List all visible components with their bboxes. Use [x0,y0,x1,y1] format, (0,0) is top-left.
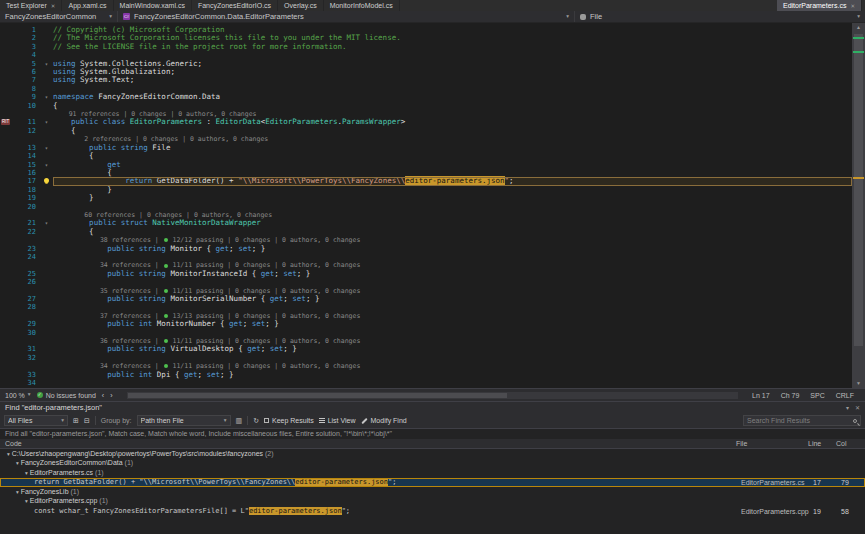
tab-test-explorer[interactable]: Test Explorer✕ [0,0,62,11]
fold-chevron-icon[interactable]: ▾ [40,219,53,227]
breakpoint-margin[interactable] [0,287,16,295]
code-line[interactable]: 34 [0,379,852,387]
breakpoint-margin[interactable] [0,295,16,303]
fold-chevron-icon[interactable]: ▾ [40,60,53,68]
breakpoint-margin[interactable] [0,211,16,219]
search-find-results-input[interactable]: Search Find Results [743,415,861,426]
breakpoint-margin[interactable] [0,337,16,345]
window-position-icon[interactable]: ▾ [846,404,849,411]
type-dropdown[interactable]: C# FancyZonesEditorCommon.Data.EditorPar… [118,11,575,22]
close-icon[interactable]: ✕ [51,3,56,9]
scroll-up-icon[interactable]: ▲ [852,23,865,32]
breakpoint-margin[interactable] [0,186,16,194]
tab-fancyzoneseditorio-cs[interactable]: FancyZonesEditorIO.cs [192,0,278,11]
breakpoint-margin[interactable] [0,26,16,34]
scrollbar-thumb[interactable] [854,34,863,346]
code-line[interactable]: 21▾ public struct NativeMonitorDataWrapp… [0,219,852,227]
breakpoint-margin[interactable] [0,93,16,101]
breakpoint-margin[interactable] [0,152,16,160]
spaces-indicator[interactable]: SPC [810,392,824,399]
editor-vertical-scrollbar[interactable]: ▲ ▼ [852,23,865,388]
horizontal-scrollbar[interactable] [127,392,739,399]
code-line[interactable]: 24 [0,253,852,261]
breakpoint-margin[interactable] [0,345,16,353]
code-line[interactable]: 32 [0,354,852,362]
breakpoint-margin[interactable] [0,320,16,328]
code-line[interactable]: 13▾ public string File [0,144,852,152]
column-code[interactable]: Code [5,440,736,447]
breakpoint-margin[interactable] [0,312,16,320]
lightbulb-icon[interactable] [44,178,49,183]
fold-chevron-icon[interactable]: ▾ [40,161,53,169]
code-line[interactable]: 29 public int MonitorNumber { get; set; … [0,320,852,328]
code-line[interactable]: 12 { [0,127,852,135]
breakpoint-margin[interactable] [0,362,16,370]
breakpoint-margin[interactable] [0,43,16,51]
zoom-control[interactable]: 100 % ▾ [5,392,31,399]
tab-overlay-cs[interactable]: Overlay.cs [278,0,324,11]
code-line[interactable]: 30 [0,329,852,337]
breakpoint-margin[interactable] [0,354,16,362]
breakpoint-margin[interactable] [0,60,16,68]
collapse-all-icon[interactable]: ⊟ [84,417,90,424]
breakpoint-margin[interactable] [0,236,16,244]
refresh-icon[interactable]: ↻ [253,417,259,424]
breakpoint-margin[interactable]: RIT [0,118,16,126]
breakpoint-margin[interactable] [0,68,16,76]
code-line[interactable]: 17 return GetDataFolder() + "\\Microsoft… [0,177,852,185]
next-issue-icon[interactable]: › [110,392,112,399]
column-col[interactable]: Col [836,440,860,447]
code-line[interactable]: 28 [0,303,852,311]
breakpoint-margin[interactable] [0,253,16,261]
code-line[interactable]: RIT11▾ public class EditorParameters : E… [0,118,852,126]
document-health-indicator[interactable]: ✓ No issues found [37,392,96,399]
breakpoint-margin[interactable] [0,379,16,387]
code-line[interactable]: 3// See the LICENSE file in the project … [0,43,852,51]
code-line[interactable]: 7using System.Text; [0,76,852,84]
code-line[interactable]: 31 public string VirtualDesktop { get; s… [0,345,852,353]
project-dropdown[interactable]: FancyZonesEditorCommon ▾ [0,11,118,22]
code-line[interactable]: 26 [0,278,852,286]
code-line[interactable]: 14 { [0,152,852,160]
breakpoint-margin[interactable] [0,303,16,311]
breakpoint-margin[interactable] [0,371,16,379]
breakpoint-margin[interactable] [0,127,16,135]
prev-issue-icon[interactable]: ‹ [102,392,104,399]
breakpoint-margin[interactable] [0,329,16,337]
column-line[interactable]: Line [808,440,836,447]
breakpoint-margin[interactable] [0,161,16,169]
breakpoint-margin[interactable] [0,194,16,202]
scope-dropdown[interactable]: All Files ▾ [4,415,68,426]
modify-find-button[interactable]: Modify Find [361,417,407,424]
find-panel-title-bar[interactable]: Find "editor-parameters.json" ▾ ✕ [0,402,865,413]
breakpoint-margin[interactable] [0,261,16,269]
breakpoint-margin[interactable] [0,135,16,143]
fold-chevron-icon[interactable]: ▾ [40,93,53,101]
breakpoint-margin[interactable] [0,245,16,253]
scroll-down-icon[interactable]: ▼ [852,379,865,388]
breakpoint-margin[interactable] [0,34,16,42]
tab-editorparameters[interactable]: EditorParameters.cs ✕ [777,0,862,11]
breakpoint-margin[interactable] [0,270,16,278]
close-icon[interactable]: ✕ [855,404,860,411]
breakpoint-margin[interactable] [0,228,16,236]
fold-chevron-icon[interactable]: ▾ [40,144,53,152]
breakpoint-margin[interactable] [0,177,16,185]
breakpoint-margin[interactable] [0,203,16,211]
breakpoint-margin[interactable] [0,85,16,93]
list-view-button[interactable]: List View [319,417,356,424]
code-editor[interactable]: 1// Copyright (c) Microsoft Corporation2… [0,23,852,388]
edit-columns-icon[interactable]: ▥ [236,417,243,424]
code-line[interactable]: 27 public string MonitorSerialNumber { g… [0,295,852,303]
eol-indicator[interactable]: CRLF [836,392,854,399]
code-line[interactable]: 22 { [0,228,852,236]
column-file[interactable]: File [736,440,808,447]
code-line[interactable]: 20 [0,203,852,211]
expand-all-icon[interactable]: ⊞ [73,417,79,424]
breakpoint-margin[interactable] [0,169,16,177]
code-line[interactable]: 23 public string Monitor { get; set; } [0,245,852,253]
breakpoint-margin[interactable] [0,219,16,227]
code-line[interactable]: 19 } [0,194,852,202]
fold-chevron-icon[interactable]: ▾ [40,118,53,126]
tab-monitorinfomodel-cs[interactable]: MonitorInfoModel.cs [324,0,400,11]
